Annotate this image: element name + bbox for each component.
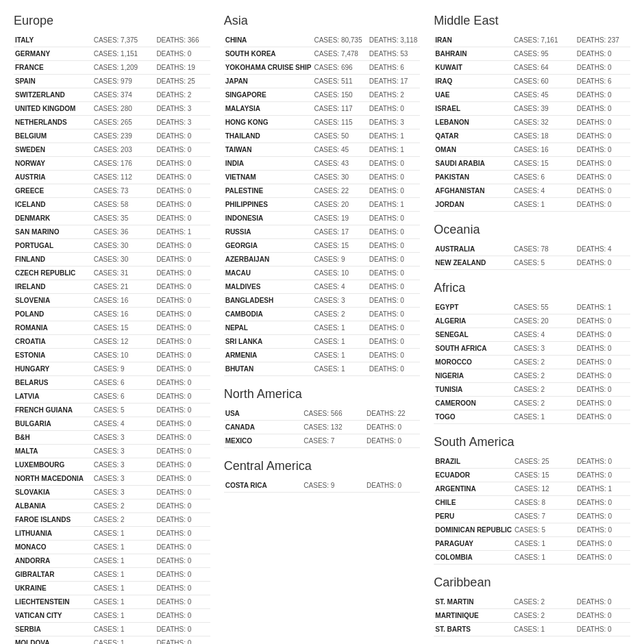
country-name: BANGLADESH <box>224 294 313 308</box>
country-name: POLAND <box>14 308 92 321</box>
deaths-value: DEATHS: 0 <box>575 184 630 198</box>
country-name: SLOVENIA <box>14 294 92 308</box>
table-row: COSTA RICA CASES: 9 DEATHS: 0 <box>224 479 421 493</box>
deaths-value: DEATHS: 0 <box>368 171 421 184</box>
country-name: UKRAINE <box>14 582 92 595</box>
deaths-value: DEATHS: 0 <box>155 568 210 582</box>
country-name: BHUTAN <box>224 362 313 376</box>
deaths-value: DEATHS: 0 <box>575 61 630 75</box>
cases-value: CASES: 150 <box>312 88 367 102</box>
table-row: SOUTH AFRICA CASES: 3 DEATHS: 0 <box>434 342 630 356</box>
table-row: LUXEMBOURG CASES: 3 DEATHS: 0 <box>14 458 210 472</box>
country-name: SPAIN <box>14 75 92 88</box>
cases-value: CASES: 80,735 <box>312 34 367 47</box>
table-row: PAKISTAN CASES: 6 DEATHS: 0 <box>434 171 630 184</box>
cases-value: CASES: 1 <box>312 362 367 376</box>
table-row: B&H CASES: 3 DEATHS: 0 <box>14 431 210 445</box>
deaths-value: DEATHS: 1 <box>368 143 421 157</box>
country-name: FAROE ISLANDS <box>14 513 92 527</box>
cases-value: CASES: 64 <box>512 61 575 75</box>
cases-value: CASES: 5 <box>512 256 575 270</box>
country-name: CROATIA <box>14 335 92 349</box>
deaths-value: DEATHS: 0 <box>575 397 630 410</box>
country-name: ST. BARTS <box>434 623 512 636</box>
deaths-value: DEATHS: 0 <box>365 434 420 448</box>
deaths-value: DEATHS: 0 <box>575 314 630 328</box>
table-row: SWEDEN CASES: 203 DEATHS: 0 <box>14 143 210 157</box>
cases-value: CASES: 3 <box>92 445 156 458</box>
europe-title: Europe <box>14 14 210 28</box>
europe-table: ITALY CASES: 7,375 DEATHS: 366 GERMANY C… <box>14 34 210 644</box>
country-name: SERBIA <box>14 623 92 636</box>
country-name: GERMANY <box>14 47 92 61</box>
country-name: TAIWAN <box>224 143 313 157</box>
table-row: INDIA CASES: 43 DEATHS: 0 <box>224 157 421 171</box>
deaths-value: DEATHS: 0 <box>155 486 210 499</box>
deaths-value: DEATHS: 0 <box>155 280 210 294</box>
deaths-value: DEATHS: 0 <box>575 383 630 397</box>
deaths-value: DEATHS: 1 <box>575 482 630 496</box>
deaths-value: DEATHS: 0 <box>575 469 630 482</box>
cases-value: CASES: 2 <box>92 513 156 527</box>
africa-table: EGYPT CASES: 55 DEATHS: 1 ALGERIA CASES:… <box>434 301 630 424</box>
table-row: AUSTRIA CASES: 112 DEATHS: 0 <box>14 171 210 184</box>
cases-value: CASES: 15 <box>312 239 367 253</box>
deaths-value: DEATHS: 2 <box>368 88 421 102</box>
cases-value: CASES: 22 <box>312 184 367 198</box>
cases-value: CASES: 1 <box>513 551 575 565</box>
table-row: SRI LANKA CASES: 1 DEATHS: 0 <box>224 335 421 349</box>
deaths-value: DEATHS: 0 <box>155 184 210 198</box>
table-row: MACAU CASES: 10 DEATHS: 0 <box>224 267 421 280</box>
cases-value: CASES: 2 <box>92 499 156 513</box>
deaths-value: DEATHS: 0 <box>575 171 630 184</box>
country-name: ARMENIA <box>224 349 313 362</box>
cases-value: CASES: 3 <box>312 294 367 308</box>
cases-value: CASES: 58 <box>92 198 156 212</box>
asia-table: CHINA CASES: 80,735 DEATHS: 3,118 SOUTH … <box>224 34 421 376</box>
country-name: SAN MARINO <box>14 225 92 239</box>
country-name: HONG KONG <box>224 116 313 129</box>
country-name: FRANCE <box>14 61 92 75</box>
deaths-value: DEATHS: 0 <box>155 335 210 349</box>
table-row: GREECE CASES: 73 DEATHS: 0 <box>14 184 210 198</box>
cases-value: CASES: 8 <box>513 496 575 510</box>
cases-value: CASES: 3 <box>92 431 156 445</box>
central-america-title: Central America <box>224 459 421 473</box>
table-row: BHUTAN CASES: 1 DEATHS: 0 <box>224 362 421 376</box>
table-row: SAN MARINO CASES: 36 DEATHS: 1 <box>14 225 210 239</box>
country-name: MONACO <box>14 541 92 554</box>
deaths-value: DEATHS: 3 <box>155 102 210 116</box>
deaths-value: DEATHS: 0 <box>155 157 210 171</box>
deaths-value: DEATHS: 4 <box>575 243 630 256</box>
cases-value: CASES: 4 <box>92 417 156 431</box>
cases-value: CASES: 1 <box>92 541 156 554</box>
deaths-value: DEATHS: 0 <box>155 143 210 157</box>
cases-value: CASES: 16 <box>92 294 156 308</box>
cases-value: CASES: 60 <box>512 75 575 88</box>
cases-value: CASES: 19 <box>312 212 367 225</box>
country-name: BRAZIL <box>434 455 513 469</box>
table-row: BAHRAIN CASES: 95 DEATHS: 0 <box>434 47 630 61</box>
cases-value: CASES: 4 <box>512 328 575 342</box>
deaths-value: DEATHS: 1 <box>368 198 421 212</box>
north-america-title: North America <box>224 387 421 401</box>
deaths-value: DEATHS: 6 <box>368 61 421 75</box>
table-row: IRAN CASES: 7,161 DEATHS: 237 <box>434 34 630 47</box>
deaths-value: DEATHS: 0 <box>368 239 421 253</box>
table-row: MOLDOVA CASES: 1 DEATHS: 0 <box>14 636 210 645</box>
table-row: TAIWAN CASES: 45 DEATHS: 1 <box>224 143 421 157</box>
deaths-value: DEATHS: 0 <box>368 280 421 294</box>
country-name: SLOVAKIA <box>14 486 92 499</box>
country-name: ALGERIA <box>434 314 512 328</box>
deaths-value: DEATHS: 0 <box>155 554 210 568</box>
deaths-value: DEATHS: 0 <box>155 267 210 280</box>
table-row: ST. MARTIN CASES: 2 DEATHS: 0 <box>434 595 630 609</box>
deaths-value: DEATHS: 0 <box>368 294 421 308</box>
table-row: JORDAN CASES: 1 DEATHS: 0 <box>434 198 630 212</box>
deaths-value: DEATHS: 0 <box>575 537 630 551</box>
cases-value: CASES: 55 <box>512 301 575 314</box>
table-row: FRANCE CASES: 1,209 DEATHS: 19 <box>14 61 210 75</box>
cases-value: CASES: 7,375 <box>92 34 156 47</box>
country-name: ISRAEL <box>434 102 512 116</box>
table-row: ARMENIA CASES: 1 DEATHS: 0 <box>224 349 421 362</box>
